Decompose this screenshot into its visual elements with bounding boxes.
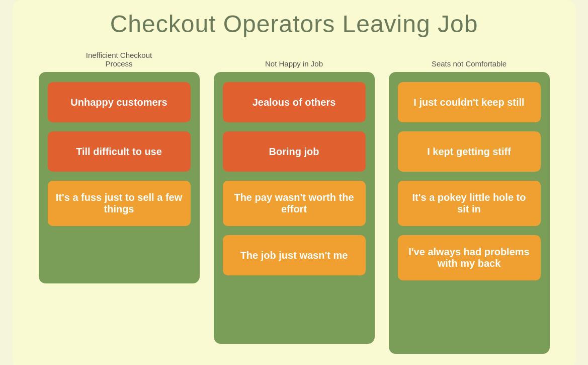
card-2-0: I just couldn't keep still: [398, 82, 541, 122]
column-box-1: Jealous of othersBoring jobThe pay wasn'…: [214, 72, 375, 344]
column-label-0: Inefficient Checkout Process: [86, 50, 152, 68]
column-box-0: Unhappy customersTill difficult to useIt…: [39, 72, 200, 283]
column-section-0: Inefficient Checkout ProcessUnhappy cust…: [39, 50, 200, 283]
column-section-2: Seats not ComfortableI just couldn't kee…: [389, 50, 550, 354]
page-title: Checkout Operators Leaving Job: [28, 10, 561, 38]
card-0-1: Till difficult to use: [48, 131, 191, 172]
card-0-2: It's a fuss just to sell a few things: [48, 181, 191, 226]
card-2-3: I've always had problems with my back: [398, 235, 541, 280]
card-1-0: Jealous of others: [223, 82, 366, 122]
column-label-2: Seats not Comfortable: [432, 50, 507, 68]
column-box-2: I just couldn't keep stillI kept getting…: [389, 72, 550, 354]
column-label-1: Not Happy in Job: [265, 50, 323, 68]
card-0-0: Unhappy customers: [48, 82, 191, 122]
card-1-1: Boring job: [223, 131, 366, 172]
columns-wrapper: Inefficient Checkout ProcessUnhappy cust…: [28, 50, 561, 354]
card-1-3: The job just wasn't me: [223, 235, 366, 275]
page-container: Checkout Operators Leaving Job Inefficie…: [13, 0, 576, 365]
card-2-1: I kept getting stiff: [398, 131, 541, 172]
card-1-2: The pay wasn't worth the effort: [223, 181, 366, 226]
column-section-1: Not Happy in JobJealous of othersBoring …: [214, 50, 375, 344]
card-2-2: It's a pokey little hole to sit in: [398, 181, 541, 226]
